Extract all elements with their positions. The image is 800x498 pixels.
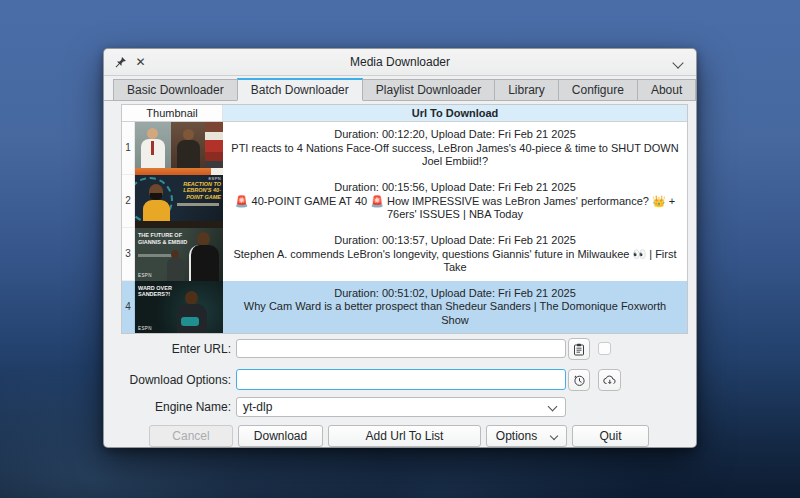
thumbnail-caption: Reaction to LeBron's 40-point game [171,181,221,201]
rail-block [205,140,223,152]
enter-url-label: Enter URL: [121,342,231,356]
rail-block [205,161,223,168]
quit-button[interactable]: Quit [572,425,649,447]
tab-about[interactable]: About [637,79,696,101]
row-number: 3 [122,228,135,281]
thumbnail-image-pti [135,122,223,175]
caption-subtext-bar [138,254,172,257]
player-silhouette [185,291,198,305]
media-downloader-window: ✕ Media Downloader Basic Downloader Batc… [103,48,697,448]
monitor-clipboard-checkbox[interactable] [598,342,611,355]
titlebar[interactable]: ✕ Media Downloader [104,49,696,76]
download-defaults-button[interactable] [598,369,621,391]
batch-download-table: Thumbnail Url To Download 1 [121,104,688,334]
thumbnail-image-lebron-reaction: ESPN Reaction to LeBron's 40-point game [135,175,223,229]
table-header-row: Thumbnail Url To Download [122,105,687,122]
engine-select[interactable]: yt-dlp [236,397,566,417]
column-header-url: Url To Download [223,105,687,121]
player-silhouette [189,245,219,281]
entry-duration: Duration: 00:12:20, Upload Date: Fri Feb… [231,128,679,142]
column-header-thumbnail: Thumbnail [122,105,223,121]
url-entry-text: Duration: 00:51:02, Upload Date: Fri Feb… [223,281,687,334]
url-input[interactable] [236,339,566,358]
tab-batch-downloader[interactable]: Batch Downloader [237,78,363,101]
cloud-download-icon [603,375,617,386]
thumbnail-image-giannis-embiid: The Future of Giannis & Embiid ESPN [135,228,223,281]
tab-configure[interactable]: Configure [558,79,638,101]
options-history-button[interactable] [568,369,590,391]
host-silhouette [147,128,158,139]
court-floor [135,221,223,228]
espn-watermark: ESPN [138,273,152,278]
combo-chevron-down-icon [548,402,558,412]
download-button[interactable]: Download [238,425,323,447]
row-number: 2 [122,175,135,229]
entry-title: 🚨 40-POINT GAME AT 40 🚨 How IMPRESSIVE w… [231,195,679,222]
url-entry-text: Duration: 00:15:56, Upload Date: Fri Feb… [223,175,687,229]
host-silhouette [183,129,194,140]
player-silhouette [167,258,184,281]
paste-clipboard-button[interactable] [568,338,590,360]
download-options-input[interactable] [236,369,566,390]
thumbnail-image-ward-sanders: Ward over Sanders?! ESPN [135,281,223,334]
clipboard-icon [573,343,585,356]
host-tie [151,141,154,155]
tab-bar: Basic Downloader Batch Downloader Playli… [113,78,696,101]
entry-title: Why Cam Ward is a better prospect than S… [231,300,679,327]
entry-duration: Duration: 00:15:56, Upload Date: Fri Feb… [231,181,679,195]
entry-title: PTI reacts to 4 Nations Face-Off success… [231,142,679,169]
history-clock-icon [573,374,586,387]
caption-subtext-bar [177,203,219,206]
tab-basic-downloader[interactable]: Basic Downloader [113,79,238,101]
url-entry-text: Duration: 00:12:20, Upload Date: Fri Feb… [223,122,687,175]
rail-block [205,122,223,132]
table-row[interactable]: 2 ESPN Reaction to LeBron's 40-point gam… [122,175,687,229]
rail-block [205,132,223,140]
thumbnail-caption: The Future of Giannis & Embiid [138,232,188,245]
player-silhouette [143,200,170,221]
engine-name-label: Engine Name: [121,400,231,414]
table-row[interactable]: 1 [122,122,687,175]
window-title: Media Downloader [104,49,696,76]
team-badge-graphic [181,317,199,326]
add-url-to-list-button[interactable]: Add Url To List [328,425,481,447]
url-entry-text: Duration: 00:13:57, Upload Date: Fri Feb… [223,228,687,281]
thumbnail-caption: Ward over Sanders?! [138,285,184,298]
player-silhouette [150,193,162,200]
side-graphics-rail [205,122,223,175]
player-silhouette [197,232,210,246]
row-number: 4 [122,281,135,334]
host-silhouette [177,140,200,168]
row-number: 1 [122,122,135,175]
entry-duration: Duration: 00:13:57, Upload Date: Fri Feb… [231,234,679,248]
engine-selected-value: yt-dlp [243,400,272,414]
tab-library[interactable]: Library [494,79,559,101]
table-row[interactable]: 3 The Future of Giannis & Embiid ESPN Du… [122,228,687,281]
options-button-label: Options [496,429,537,443]
cancel-button[interactable]: Cancel [149,425,233,447]
entry-title: Stephen A. commends LeBron's longevity, … [231,248,679,275]
download-options-label: Download Options: [121,373,231,387]
espn-watermark: ESPN [138,326,152,331]
desktop-wallpaper: ✕ Media Downloader Basic Downloader Batc… [0,0,800,498]
rail-block [205,152,223,161]
table-row-selected[interactable]: 4 Ward over Sanders?! ESPN Duration: 00:… [122,281,687,334]
entry-duration: Duration: 00:51:02, Upload Date: Fri Feb… [231,287,679,301]
options-menu-button[interactable]: Options [486,425,567,447]
options-chevron-down-icon [550,432,558,440]
tab-playlist-downloader[interactable]: Playlist Downloader [362,79,495,101]
